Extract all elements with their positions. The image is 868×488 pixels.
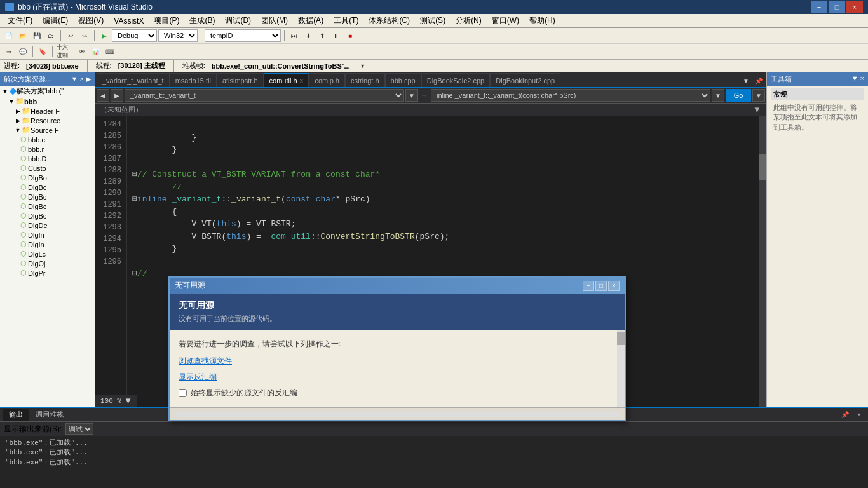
tab-dlgbooksale[interactable]: DlgBookSale2.cpp [421, 73, 491, 87]
tab-cstringt[interactable]: cstringt.h [345, 73, 385, 87]
nav-method-select[interactable]: inline _variant_t::_variant_t(const char… [431, 89, 710, 102]
nav-right-btn[interactable]: ▶ [111, 89, 123, 102]
save-btn[interactable]: 💾 [31, 29, 43, 42]
tree-item-bbb-c[interactable]: ⬡ bbb.c [0, 135, 95, 144]
break-all-btn[interactable]: ⏸ [330, 29, 342, 42]
tree-item-dlglc[interactable]: ⬡ DlgLc [0, 249, 95, 259]
start-debug-btn[interactable]: ▶ [98, 29, 111, 42]
menu-file[interactable]: 文件(F) [3, 14, 37, 27]
tree-item-bbb[interactable]: ▼ 📁 bbb [0, 97, 95, 106]
nav-left-btn[interactable]: ◀ [97, 89, 109, 102]
menu-debug[interactable]: 调试(D) [220, 14, 256, 27]
save-all-btn[interactable]: 🗂 [44, 29, 57, 42]
modal-close-btn[interactable]: × [608, 281, 620, 291]
modal-scroll-thumb[interactable] [617, 332, 625, 345]
nav-class-select[interactable]: _variant_t::_variant_t [125, 89, 404, 102]
tab-msado[interactable]: msado15.tli [170, 73, 217, 87]
bookmark-btn[interactable]: 🔖 [36, 45, 49, 58]
menu-project[interactable]: 项目(P) [149, 14, 184, 27]
config-dropdown[interactable]: Debug Release [112, 29, 157, 42]
hex-btn[interactable]: 十六进制 [56, 45, 69, 58]
toolbox-controls[interactable]: ▼ × [851, 74, 864, 84]
output-source-select[interactable]: 调试 [65, 423, 93, 435]
maximize-button[interactable]: □ [829, 1, 845, 13]
tree-item-dlgbc4[interactable]: ⬡ DlgBc [0, 211, 95, 220]
watch-btn[interactable]: 👁 [76, 45, 88, 58]
scope-dropdown[interactable]: ▼ [753, 105, 761, 114]
indent-btn[interactable]: ⇥ [3, 45, 15, 58]
nav-go-btn[interactable]: Go [726, 89, 751, 102]
tab-comutil-close[interactable]: × [300, 78, 304, 85]
comment-btn[interactable]: 💬 [17, 45, 29, 58]
tree-item-resource[interactable]: ▶ 📁 Resource [0, 116, 95, 125]
tree-item-dlgde[interactable]: ⬡ DlgDe [0, 220, 95, 230]
step-over-btn[interactable]: ⏭ [288, 29, 301, 42]
target-dropdown[interactable]: tempID [205, 29, 281, 42]
tree-item-dlgbo1[interactable]: ⬡ DlgBo [0, 173, 95, 182]
editor-scrollbar[interactable] [759, 116, 766, 407]
always-show-disasm-checkbox[interactable] [179, 389, 187, 397]
modal-link-browse[interactable]: 浏览查找源文件 [179, 356, 616, 367]
open-btn[interactable]: 📂 [17, 29, 29, 42]
menu-tools[interactable]: 工具(T) [329, 14, 363, 27]
tree-item-bbb-r[interactable]: ⬡ bbb.r [0, 144, 95, 154]
immediate-btn[interactable]: ⌨ [104, 45, 116, 58]
menu-analyze[interactable]: 分析(N) [451, 14, 487, 27]
menu-window[interactable]: 窗口(W) [487, 14, 524, 27]
menu-help[interactable]: 帮助(H) [524, 14, 560, 27]
tree-item-custo[interactable]: ⬡ Custo [0, 163, 95, 173]
nav-method-dropdown[interactable]: ▼ [712, 89, 724, 102]
tab-callstack[interactable]: 调用堆栈 [29, 409, 70, 421]
editor-scroll-thumb[interactable] [759, 154, 766, 180]
tab-output[interactable]: 输出 [3, 409, 29, 421]
menu-test[interactable]: 测试(S) [415, 14, 451, 27]
new-file-btn[interactable]: 📄 [3, 29, 15, 42]
tab-atlsimp[interactable]: atlsimpstr.h [217, 73, 264, 87]
tree-item-dlgbc1[interactable]: ⬡ DlgBc [0, 182, 95, 192]
menu-data[interactable]: 数据(A) [293, 14, 329, 27]
undo-btn[interactable]: ↩ [64, 29, 77, 42]
tree-item-dlgin1[interactable]: ⬡ DlgIn [0, 230, 95, 240]
tab-bbb-cpp[interactable]: bbb.cpp [385, 73, 421, 87]
modal-link-disassembly[interactable]: 显示反汇编 [179, 372, 616, 383]
sidebar-pin[interactable]: ▼ × ▶ [71, 75, 91, 83]
panel-close-btn[interactable]: × [853, 409, 865, 421]
zoom-dropdown[interactable]: ▼ [124, 396, 132, 405]
tree-item-source[interactable]: ▼ 📁 Source F [0, 125, 95, 135]
modal-restore-btn[interactable]: □ [595, 281, 607, 291]
toolbox-section-common[interactable]: 常规 [771, 88, 864, 100]
menu-arch[interactable]: 体系结构(C) [363, 14, 415, 27]
menu-view[interactable]: 视图(V) [73, 14, 109, 27]
tree-item-solution[interactable]: ▼ 🔷 解决方案'bbb'(" [0, 86, 95, 97]
tree-item-dlgoj[interactable]: ⬡ DlgOj [0, 259, 95, 268]
tab-pin-btn[interactable]: 📌 [752, 74, 765, 87]
tab-comip[interactable]: comip.h [309, 73, 345, 87]
tree-item-dlgbc2[interactable]: ⬡ DlgBc [0, 192, 95, 201]
minimize-button[interactable]: − [811, 1, 827, 13]
close-button[interactable]: × [846, 1, 863, 13]
platform-dropdown[interactable]: Win32 x64 [158, 29, 198, 42]
menu-vassistx[interactable]: VAssistX [109, 15, 149, 27]
tree-item-dlgpr[interactable]: ⬡ DlgPr [0, 268, 95, 278]
menu-team[interactable]: 团队(M) [256, 14, 293, 27]
nav-class-dropdown[interactable]: ▼ [405, 89, 418, 102]
tree-item-dlgbc3[interactable]: ⬡ DlgBc [0, 201, 95, 211]
panel-pin-btn[interactable]: 📌 [839, 409, 851, 421]
tree-item-bbb-d[interactable]: ⬡ bbb.D [0, 154, 95, 163]
step-out-btn[interactable]: ⬆ [316, 29, 329, 42]
step-into-btn[interactable]: ⬇ [302, 29, 315, 42]
redo-btn[interactable]: ↪ [78, 29, 91, 42]
modal-scrollbar[interactable] [617, 330, 625, 407]
menu-build[interactable]: 生成(B) [184, 14, 220, 27]
tab-variant[interactable]: _variant_t_variant_t [97, 73, 170, 87]
modal-min-btn[interactable]: − [583, 281, 594, 291]
menu-edit[interactable]: 编辑(E) [37, 14, 73, 27]
nav-expand-btn[interactable]: ▼ [752, 89, 765, 102]
locals-btn[interactable]: 📊 [90, 45, 102, 58]
stop-debug-btn[interactable]: ■ [344, 29, 356, 42]
stack-nav-btn[interactable]: ▼ [356, 60, 369, 72]
tab-scroll-btn[interactable]: ▼ [740, 74, 752, 87]
tree-item-header[interactable]: ▶ 📁 Header F [0, 106, 95, 116]
tree-item-dlgin2[interactable]: ⬡ DlgIn [0, 240, 95, 249]
tab-dlgbookinput[interactable]: DlgBookInput2.cpp [490, 73, 560, 87]
